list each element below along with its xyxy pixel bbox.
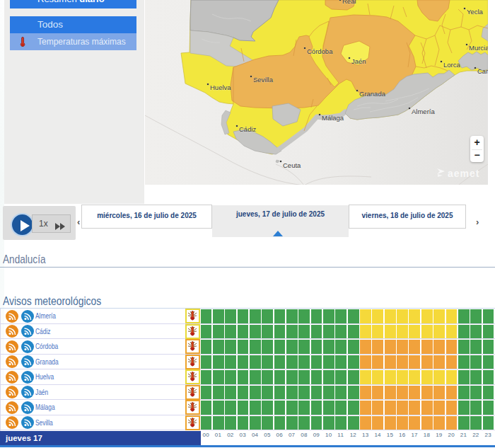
- svg-text:Málaga: Málaga: [322, 114, 344, 122]
- svg-text:Yecla: Yecla: [467, 8, 484, 16]
- svg-text:Sevilla: Sevilla: [253, 76, 274, 84]
- svg-text:aemet: aemet: [448, 168, 479, 179]
- svg-text:Cart: Cart: [477, 67, 488, 75]
- svg-text:Almería: Almería: [412, 108, 435, 115]
- svg-text:Lorca: Lorca: [443, 61, 460, 69]
- svg-text:Cádiz: Cádiz: [239, 125, 257, 133]
- svg-text:Granada: Granada: [359, 90, 386, 98]
- svg-text:Real: Real: [342, 0, 356, 5]
- svg-text:Huelva: Huelva: [210, 84, 231, 91]
- svg-text:Murcia: Murcia: [469, 44, 488, 52]
- svg-text:Ceuta: Ceuta: [283, 161, 301, 169]
- svg-text:Córdoba: Córdoba: [307, 47, 333, 55]
- svg-text:Jaén: Jaén: [351, 57, 366, 65]
